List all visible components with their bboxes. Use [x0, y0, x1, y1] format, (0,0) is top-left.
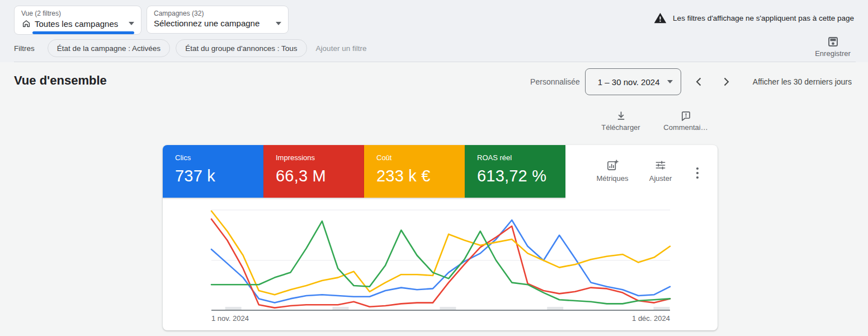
filter-chip-adgroup-status[interactable]: État du groupe d'annonces : Tous: [176, 39, 306, 57]
date-mode-label: Personnalisée: [530, 77, 580, 86]
scorecard-value: 233 k €: [376, 166, 465, 185]
comments-label: Commentai…: [663, 123, 707, 132]
campaign-selector-value: Sélectionnez une campagne: [154, 18, 260, 28]
page-title: Vue d'ensemble: [14, 73, 107, 88]
more-options-button[interactable]: [688, 160, 706, 186]
active-view-underline: [32, 31, 134, 34]
download-label: Télécharger: [601, 123, 640, 132]
adjust-label: Ajuster: [649, 174, 672, 183]
scorecard-cout[interactable]: Coût 233 k €: [364, 145, 465, 198]
next-period-button[interactable]: [715, 71, 737, 93]
chevron-down-icon: [276, 22, 281, 25]
warning-icon: [654, 12, 667, 24]
scorecard-label: Impressions: [276, 153, 364, 162]
series-line-ROAS réel: [211, 221, 670, 304]
toolbar-divider: [14, 62, 856, 62]
metrics-button[interactable]: Métriques: [592, 159, 633, 183]
comment-icon: [681, 110, 691, 121]
show-last-30-days-button[interactable]: Afficher les 30 derniers jours: [753, 77, 852, 86]
campaign-selector-dropdown[interactable]: Campagnes (32) Sélectionnez une campagne: [147, 6, 289, 34]
kebab-menu-icon: [696, 167, 699, 179]
download-button[interactable]: Télécharger: [596, 110, 645, 132]
chevron-down-icon: [667, 80, 673, 83]
metrics-label: Métriques: [596, 174, 628, 183]
overview-card: Clics 737 k Impressions 66,3 M Coût 233 …: [163, 145, 718, 330]
series-line-Coût: [211, 211, 670, 295]
scorecard-value: 737 k: [175, 166, 263, 185]
save-button[interactable]: Enregistrer: [812, 36, 854, 58]
filter-chip-text: État de la campagne : Activées: [57, 44, 161, 53]
campaign-selector-label: Campagnes (32): [154, 10, 281, 17]
home-icon: [21, 18, 31, 29]
chevron-left-icon: [694, 77, 704, 87]
warning-text: Les filtres d'affichage ne s'appliquent …: [673, 14, 854, 22]
scorecard-impressions[interactable]: Impressions 66,3 M: [263, 145, 364, 198]
x-axis-end-label: 1 déc. 2024: [632, 314, 670, 323]
scorecard-label: ROAS réel: [477, 153, 565, 162]
filters-label: Filtres: [14, 44, 35, 53]
tune-icon: [654, 159, 667, 171]
scorecard-label: Coût: [376, 153, 465, 162]
save-button-label: Enregistrer: [815, 49, 851, 58]
filter-chip-text: État du groupe d'annonces : Tous: [185, 44, 297, 53]
view-selector-label: Vue (2 filtres): [21, 10, 134, 17]
download-icon: [616, 110, 626, 121]
adjust-button[interactable]: Ajuster: [640, 159, 681, 183]
add-filter-button[interactable]: Ajouter un filtre: [316, 44, 367, 53]
scorecard-label: Clics: [175, 153, 263, 162]
date-range-value: 1 – 30 nov. 2024: [598, 77, 660, 87]
scorecard-value: 66,3 M: [276, 166, 364, 185]
scorecard-clics[interactable]: Clics 737 k: [163, 145, 263, 198]
add-chart-icon: [606, 159, 619, 171]
scorecard-roas[interactable]: ROAS réel 613,72 %: [465, 145, 565, 198]
series-line-Clics: [211, 220, 670, 303]
chevron-right-icon: [721, 77, 731, 87]
filter-chip-campaign-status[interactable]: État de la campagne : Activées: [48, 39, 170, 57]
scorecard-value: 613,72 %: [477, 166, 565, 185]
x-axis-start-label: 1 nov. 2024: [211, 314, 249, 323]
save-icon: [827, 36, 839, 48]
chevron-down-icon: [129, 22, 134, 25]
date-range-dropdown[interactable]: 1 – 30 nov. 2024: [585, 68, 681, 95]
view-selector-dropdown[interactable]: Vue (2 filtres) Toutes les campagnes: [14, 6, 141, 35]
page-warning: Les filtres d'affichage ne s'appliquent …: [654, 12, 854, 24]
previous-period-button[interactable]: [688, 71, 710, 93]
series-line-Impressions: [211, 219, 670, 307]
overview-chart[interactable]: [211, 210, 670, 311]
view-selector-value: Toutes les campagnes: [35, 19, 118, 29]
comments-button[interactable]: Commentai…: [661, 110, 710, 132]
